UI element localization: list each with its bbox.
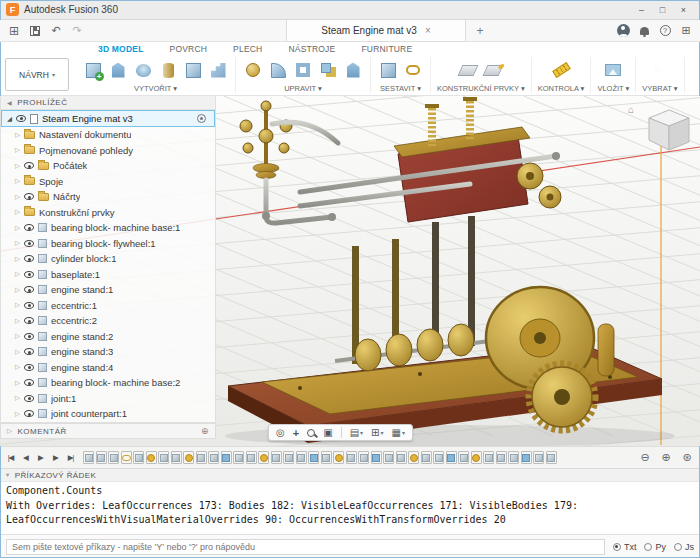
- browser-item[interactable]: ▷baseplate:1: [1, 267, 215, 283]
- new-tab-button[interactable]: +: [472, 23, 488, 39]
- timeline-feature-8[interactable]: [171, 451, 182, 464]
- browser-item[interactable]: ▷Nastavení dokumentu: [1, 127, 215, 143]
- ribbon-group-label[interactable]: VYBRAT ▾: [642, 84, 677, 93]
- timeline-feature-6[interactable]: [146, 451, 157, 464]
- timeline-feature-29[interactable]: [433, 451, 444, 464]
- visibility-eye-icon[interactable]: [24, 333, 34, 340]
- close-button[interactable]: ×: [673, 2, 694, 18]
- expand-arrow-icon[interactable]: ▷: [15, 162, 20, 170]
- browser-item[interactable]: ▷engine stand:2: [1, 329, 215, 345]
- select-button[interactable]: [649, 59, 671, 81]
- browser-item[interactable]: ▷eccentric:1: [1, 298, 215, 314]
- browser-item[interactable]: ▷cylinder block:1: [1, 251, 215, 267]
- ribbon-tab-povrch[interactable]: POVRCH: [170, 44, 208, 54]
- browser-item[interactable]: ▷bearing block- machine base:1: [1, 220, 215, 236]
- minimize-button[interactable]: –: [631, 2, 652, 18]
- undo-icon[interactable]: ↶: [47, 22, 65, 40]
- visibility-eye-icon[interactable]: [16, 115, 26, 122]
- step-back-button[interactable]: ◀: [19, 450, 32, 466]
- browser-item[interactable]: ▷engine stand:1: [1, 282, 215, 298]
- visibility-eye-icon[interactable]: [24, 224, 34, 231]
- browser-item[interactable]: ▷eccentric:2: [1, 313, 215, 329]
- view-cube-graphic[interactable]: [644, 106, 694, 158]
- add-comment-icon[interactable]: ⊕: [201, 426, 209, 436]
- expand-arrow-icon[interactable]: ▷: [15, 177, 20, 185]
- expand-arrow-icon[interactable]: ▷: [15, 208, 20, 216]
- workspace-dropdown[interactable]: NÁVRH ▾: [5, 58, 69, 91]
- tab-close-icon[interactable]: ×: [425, 25, 431, 36]
- timeline-feature-20[interactable]: [321, 451, 332, 464]
- combine-button[interactable]: [317, 59, 339, 81]
- go-to-start-button[interactable]: |◀: [4, 450, 17, 466]
- timeline-feature-18[interactable]: [296, 451, 307, 464]
- show-data-panel-icon[interactable]: ⊞: [5, 22, 23, 40]
- timeline-feature-38[interactable]: [546, 451, 557, 464]
- browser-item[interactable]: ▷Pojmenované pohledy: [1, 143, 215, 159]
- press-pull-button[interactable]: [242, 59, 264, 81]
- expand-arrow-icon[interactable]: ▷: [15, 255, 20, 263]
- timeline-feature-24[interactable]: [371, 451, 382, 464]
- ribbon-group-label[interactable]: VLOŽIT ▾: [597, 84, 629, 93]
- timeline-feature-13[interactable]: [233, 451, 244, 464]
- browser-item[interactable]: ▷joint counterpart:1: [1, 406, 215, 422]
- play-button[interactable]: ▶: [34, 450, 47, 466]
- shell-button[interactable]: [292, 59, 314, 81]
- timeline-feature-36[interactable]: [521, 451, 532, 464]
- help-icon[interactable]: ?: [656, 22, 674, 40]
- fillet-button[interactable]: [267, 59, 289, 81]
- browser-item[interactable]: ▷Náčrty: [1, 189, 215, 205]
- console-mode-py[interactable]: Py: [644, 542, 666, 552]
- timeline-feature-33[interactable]: [483, 451, 494, 464]
- expand-arrow-icon[interactable]: ◢: [7, 115, 12, 123]
- timeline-feature-21[interactable]: [333, 451, 344, 464]
- joint-button[interactable]: [402, 59, 424, 81]
- user-avatar[interactable]: [614, 22, 632, 40]
- visibility-eye-icon[interactable]: [24, 255, 34, 262]
- expand-arrow-icon[interactable]: ▷: [15, 410, 20, 418]
- timeline-feature-30[interactable]: [446, 451, 457, 464]
- timeline-feature-35[interactable]: [508, 451, 519, 464]
- ribbon-tab-plech[interactable]: PLECH: [233, 44, 262, 54]
- expand-arrow-icon[interactable]: ▷: [15, 131, 20, 139]
- expand-arrow-icon[interactable]: ▷: [15, 348, 20, 356]
- timeline-feature-32[interactable]: [471, 451, 482, 464]
- display-settings-icon[interactable]: ▤▾: [350, 425, 363, 440]
- steam-engine-model[interactable]: [225, 97, 675, 446]
- comment-panel[interactable]: ▷ KOMENTÁŘ ⊕: [0, 423, 216, 439]
- timeline-feature-7[interactable]: [158, 451, 169, 464]
- visibility-eye-icon[interactable]: [24, 302, 34, 309]
- expand-arrow-icon[interactable]: ▷: [15, 317, 20, 325]
- visibility-eye-icon[interactable]: [24, 348, 34, 355]
- timeline-feature-1[interactable]: [83, 451, 94, 464]
- fit-view-icon[interactable]: ▣: [323, 425, 332, 440]
- timeline-zoom-out-icon[interactable]: ⊖: [636, 449, 654, 467]
- console-mode-js[interactable]: Js: [674, 542, 694, 552]
- timeline-feature-15[interactable]: [258, 451, 269, 464]
- browser-header[interactable]: ◀ PROHLÍŽEČ: [1, 96, 215, 110]
- timeline-feature-10[interactable]: [196, 451, 207, 464]
- console-mode-txt[interactable]: Txt: [613, 542, 637, 552]
- ribbon-group-label[interactable]: VYTVOŘIT ▾: [134, 84, 177, 93]
- visibility-eye-icon[interactable]: [24, 162, 34, 169]
- construction-plane-button[interactable]: [457, 59, 479, 81]
- browser-item[interactable]: ▷Konstrukční prvky: [1, 205, 215, 221]
- timeline-feature-16[interactable]: [271, 451, 282, 464]
- go-to-end-button[interactable]: ▶|: [64, 450, 77, 466]
- ribbon-group-label[interactable]: KONSTRUKČNÍ PRVKY ▾: [437, 84, 525, 93]
- ribbon-tab-3d-model[interactable]: 3D MODEL: [98, 44, 144, 54]
- timeline-options-icon[interactable]: ⊛: [678, 449, 696, 467]
- timeline-feature-37[interactable]: [533, 451, 544, 464]
- ribbon-group-label[interactable]: UPRAVIT ▾: [284, 84, 322, 93]
- insert-canvas-button[interactable]: [602, 59, 624, 81]
- timeline-feature-14[interactable]: [246, 451, 257, 464]
- timeline-feature-23[interactable]: [358, 451, 369, 464]
- timeline-feature-22[interactable]: [346, 451, 357, 464]
- measure-button[interactable]: [550, 59, 572, 81]
- browser-item[interactable]: ▷engine stand:3: [1, 344, 215, 360]
- visibility-eye-icon[interactable]: [24, 193, 34, 200]
- visibility-eye-icon[interactable]: [24, 271, 34, 278]
- expand-arrow-icon[interactable]: ▷: [15, 363, 20, 371]
- view-cube[interactable]: ⌂: [628, 104, 694, 162]
- ribbon-tab-furniture[interactable]: FURNITURE: [361, 44, 412, 54]
- viewport[interactable]: ⌂ ◀ PROHLÍŽEČ ◢ Steam Engine mat v3 ▷Nas…: [0, 96, 700, 446]
